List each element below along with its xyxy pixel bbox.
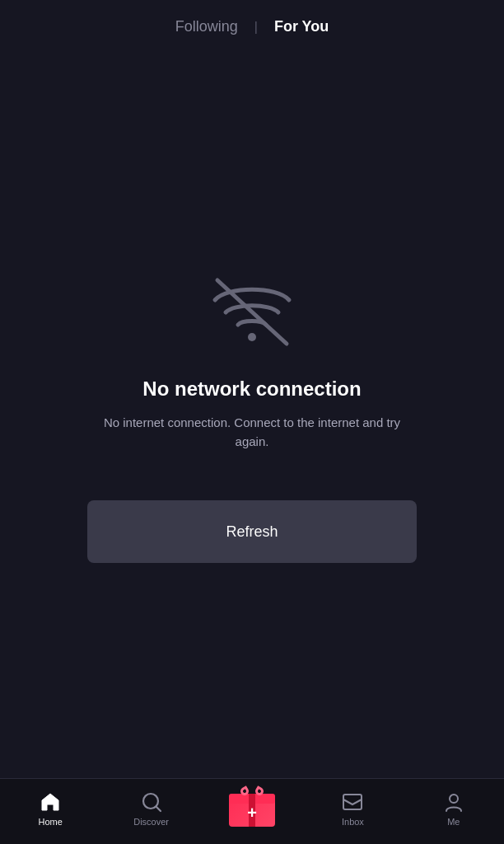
header: Following | For You: [0, 0, 504, 50]
nav-label-home: Home: [39, 817, 63, 827]
header-divider: |: [254, 20, 258, 35]
tab-following[interactable]: Following: [169, 15, 245, 39]
error-description: No internet connection. Connect to the i…: [87, 414, 417, 451]
nav-item-home[interactable]: Home: [0, 785, 100, 831]
error-title: No network connection: [142, 377, 361, 401]
svg-point-5: [450, 795, 458, 803]
nav-label-discover: Discover: [133, 817, 169, 827]
nav-item-discover[interactable]: Discover: [100, 785, 201, 831]
svg-rect-4: [343, 795, 362, 809]
bottom-nav: Home Discover +: [0, 778, 504, 844]
svg-line-3: [156, 806, 161, 811]
nav-label-me: Me: [447, 817, 460, 827]
discover-icon: [140, 790, 163, 814]
no-wifi-icon: [203, 265, 301, 348]
nav-item-me[interactable]: Me: [404, 785, 504, 831]
nav-item-inbox[interactable]: Inbox: [302, 785, 403, 831]
home-icon: [39, 790, 62, 814]
nav-label-inbox: Inbox: [342, 817, 364, 827]
refresh-button[interactable]: Refresh: [87, 500, 417, 563]
nav-item-add[interactable]: +: [202, 785, 302, 831]
gift-icon: +: [229, 787, 275, 827]
tab-for-you[interactable]: For You: [268, 15, 335, 39]
profile-icon: [442, 790, 465, 814]
inbox-icon: [341, 790, 364, 814]
svg-point-0: [248, 333, 256, 341]
main-content: No network connection No internet connec…: [0, 50, 504, 778]
